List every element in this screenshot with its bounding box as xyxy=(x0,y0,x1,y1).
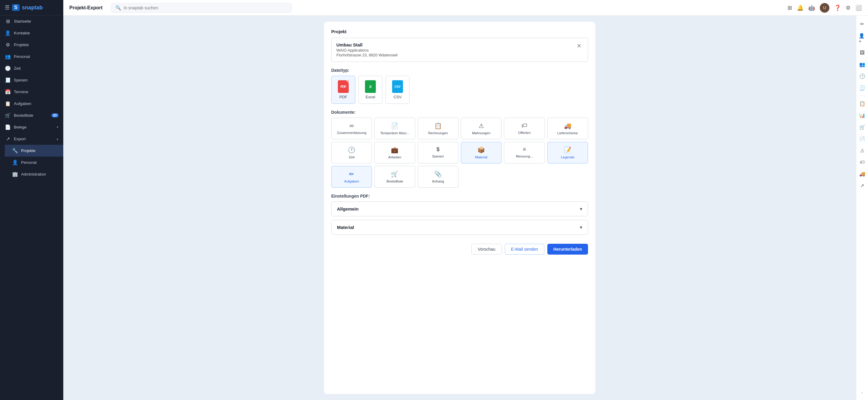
allgemein-chevron-icon: ▾ xyxy=(580,206,582,212)
bestellliste-doc-label: Bestellliste xyxy=(387,179,403,183)
sidebar-item-projekte[interactable]: ⚙ Projekte xyxy=(0,39,63,51)
sidebar-item-kontakte[interactable]: 👤 Kontakte xyxy=(0,27,63,39)
offerten-label: Offerten xyxy=(518,131,530,135)
file-type-excel[interactable]: X Excel xyxy=(358,76,382,104)
rail-list-icon[interactable]: 📋 xyxy=(857,98,868,109)
rail-warning-icon[interactable]: ⚠ xyxy=(858,145,867,156)
sidebar-item-export-administration[interactable]: 🏢 Administration xyxy=(5,168,63,180)
sidebar-label-belege: Belege xyxy=(14,125,54,130)
hamburger-icon[interactable]: ☰ xyxy=(5,4,10,11)
doc-mahnungen[interactable]: ⚠ Mahnungen xyxy=(461,118,501,139)
doc-material[interactable]: 📦 Material xyxy=(461,142,501,164)
rail-receipt-icon[interactable]: 🧾 xyxy=(857,83,868,93)
spesen-label: Spesen xyxy=(432,154,444,158)
section-dokumente: Dokumente: xyxy=(331,110,588,115)
help-icon[interactable]: ❓ xyxy=(834,4,841,11)
aufgaben-icon: ✏ xyxy=(349,170,354,178)
project-box: Umbau Stall WAIO Applications Florhofstr… xyxy=(331,38,588,62)
doc-offerten[interactable]: 🏷 Offerten xyxy=(504,118,545,139)
rail-add-person-icon[interactable]: 👤+ xyxy=(856,30,868,47)
sidebar-label-bestellliste: Bestellliste xyxy=(14,113,49,118)
doc-legende[interactable]: 📝 Legende xyxy=(547,142,588,164)
settings-allgemein-header[interactable]: Allgemein ▾ xyxy=(332,202,588,216)
project-company: WAIO Applications xyxy=(336,48,398,53)
doc-zeit[interactable]: 🕐 Zeit xyxy=(331,142,372,164)
rail-cart-icon[interactable]: 🛒 xyxy=(857,122,868,133)
expand-icon[interactable]: ⬜ xyxy=(855,4,862,11)
file-type-pdf[interactable]: PDF PDF xyxy=(331,76,355,104)
building-icon: 🏢 xyxy=(12,171,18,177)
rail-export2-icon[interactable]: ↗ xyxy=(858,180,867,191)
main-card: Projekt Umbau Stall WAIO Applications Fl… xyxy=(324,22,595,394)
sidebar-item-export[interactable]: ↗ Export ▴ xyxy=(0,133,63,145)
doc-rechnungen[interactable]: 📋 Rechnungen xyxy=(418,118,458,139)
rail-collapse-icon[interactable]: › xyxy=(859,388,865,397)
topnav: Projekt-Export 🔍 ⊞ 🔔 🤖 U ❓ ⚙ ⬜ xyxy=(63,0,868,16)
sidebar-item-bestellliste[interactable]: 🛒 Bestellliste 27 xyxy=(0,110,63,121)
doc-arbeiten[interactable]: 💼 Arbeiten xyxy=(374,142,415,164)
rail-tag-icon[interactable]: 🏷 xyxy=(858,157,867,167)
doc-zusammenfassung[interactable]: ∞ Zusammenfassung xyxy=(331,118,372,139)
sidebar-item-termine[interactable]: 📅 Termine xyxy=(0,86,63,98)
zusammenfassung-icon: ∞ xyxy=(350,122,354,129)
sidebar-item-spesen[interactable]: 🧾 Spesen xyxy=(0,74,63,86)
sidebar-label-export-projekte: Projekte xyxy=(21,148,59,153)
sidebar-item-aufgaben[interactable]: 📋 Aufgaben xyxy=(0,98,63,110)
sidebar: ☰ S snaptab ⊞ Startseite 👤 Kontakte ⚙ Pr… xyxy=(0,0,63,400)
bell-icon[interactable]: 🔔 xyxy=(797,4,804,11)
gear-icon[interactable]: ⚙ xyxy=(846,4,850,11)
doc-messung[interactable]: ≡ Messung... xyxy=(504,142,545,164)
documents-grid: ∞ Zusammenfassung 📄 Temporärer Absc... 📋… xyxy=(331,118,588,188)
sidebar-item-export-personal[interactable]: 👤 Personal xyxy=(5,156,63,168)
filter-icon[interactable]: ⊞ xyxy=(787,4,792,11)
sidebar-label-projekte: Projekte xyxy=(14,42,59,47)
search-bar[interactable]: 🔍 xyxy=(111,3,292,13)
project-info: Umbau Stall WAIO Applications Florhofstr… xyxy=(336,42,398,57)
sidebar-item-personal[interactable]: 👥 Personal xyxy=(0,51,63,62)
doc-anhang[interactable]: 📎 Anhang xyxy=(418,166,458,188)
belege-chevron-icon: ▾ xyxy=(57,125,59,129)
download-button[interactable]: Herunterladen xyxy=(547,244,588,255)
file-type-row: PDF PDF X Excel CSV CSV xyxy=(331,76,588,104)
rail-truck-icon[interactable]: 🚚 xyxy=(857,169,868,179)
pdf-label: PDF xyxy=(339,95,347,99)
sidebar-label-export-personal: Personal xyxy=(21,160,59,165)
export-chevron-icon: ▴ xyxy=(57,137,59,141)
rail-people-icon[interactable]: 👥 xyxy=(857,59,868,70)
sidebar-label-spesen: Spesen xyxy=(14,78,59,82)
cart-icon: 🛒 xyxy=(5,113,11,118)
rail-image-icon[interactable]: 🖼 xyxy=(858,48,867,58)
zeit-label: Zeit xyxy=(349,155,354,159)
sidebar-label-aufgaben: Aufgaben xyxy=(14,102,59,106)
doc-lieferscheine[interactable]: 🚚 Lieferscheine xyxy=(547,118,588,139)
sidebar-item-export-projekte[interactable]: 🔧 Projekte xyxy=(5,145,63,156)
doc-spesen[interactable]: $ Spesen xyxy=(418,142,458,164)
sidebar-item-startseite[interactable]: ⊞ Startseite xyxy=(0,16,63,27)
zeit-icon: 🕐 xyxy=(348,146,355,153)
file-type-csv[interactable]: CSV CSV xyxy=(385,76,410,104)
rail-edit-icon[interactable]: ✏ xyxy=(858,19,867,29)
settings-material-header[interactable]: Material ▾ xyxy=(332,220,588,234)
sidebar-label-export: Export xyxy=(14,137,54,141)
doc-temporaerer-absc[interactable]: 📄 Temporärer Absc... xyxy=(374,118,415,139)
doc-bestellliste[interactable]: 🛒 Bestellliste xyxy=(374,166,415,188)
brand-icon: S xyxy=(12,4,20,11)
lieferscheine-label: Lieferscheine xyxy=(557,131,578,135)
sidebar-item-belege[interactable]: 📄 Belege ▾ xyxy=(0,121,63,133)
content-area: Projekt Umbau Stall WAIO Applications Fl… xyxy=(63,16,856,400)
rail-clock-icon[interactable]: 🕐 xyxy=(857,71,868,81)
doc-aufgaben[interactable]: ✏ Aufgaben xyxy=(331,166,372,188)
robot-icon[interactable]: 🤖 xyxy=(808,4,815,11)
rail-chart-icon[interactable]: 📊 xyxy=(857,110,868,121)
sidebar-item-zeit[interactable]: 🕐 Zeit xyxy=(0,62,63,74)
settings-material: Material ▾ xyxy=(331,220,588,235)
close-project-button[interactable]: ✕ xyxy=(575,42,583,50)
rail-doc-icon[interactable]: 📄 xyxy=(857,134,868,144)
email-button[interactable]: E-Mail senden xyxy=(505,244,545,255)
sidebar-label-termine: Termine xyxy=(14,90,59,94)
vorschau-button[interactable]: Vorschau xyxy=(471,244,501,255)
avatar[interactable]: U xyxy=(820,3,830,13)
project-name: Umbau Stall xyxy=(336,42,398,47)
search-input[interactable] xyxy=(124,5,287,10)
topnav-icons: ⊞ 🔔 🤖 U ❓ ⚙ ⬜ xyxy=(787,3,862,13)
